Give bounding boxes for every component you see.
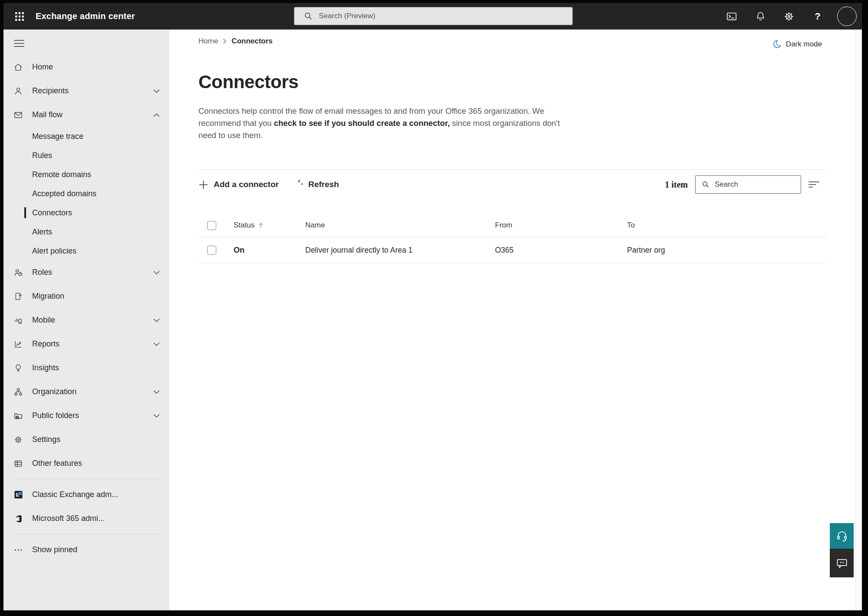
microsoft-365-icon — [13, 514, 23, 524]
sidebar-item-recipients[interactable]: Recipients — [3, 79, 169, 103]
search-icon — [304, 12, 313, 20]
chevron-down-icon — [153, 342, 160, 346]
table-header: Status Name From To — [198, 214, 826, 237]
list-search-placeholder: Search — [715, 180, 738, 189]
description-link[interactable]: check to see if you should create a conn… — [274, 119, 450, 128]
sidebar-item-roles[interactable]: Roles — [3, 260, 169, 284]
sidebar-item-label: Home — [32, 63, 53, 72]
cloud-shell-button[interactable] — [725, 10, 738, 23]
sidebar-item-label: Reports — [32, 339, 59, 349]
moon-icon — [772, 39, 782, 49]
column-header-name[interactable]: Name — [305, 221, 495, 230]
chevron-down-icon — [153, 89, 160, 93]
help-button[interactable]: ? — [811, 10, 824, 23]
chevron-down-icon — [153, 414, 160, 418]
topbar-actions: ? — [725, 3, 862, 30]
app-title: Exchange admin center — [36, 3, 135, 30]
sidebar-item-settings[interactable]: Settings — [3, 428, 169, 451]
sidebar-item-reports[interactable]: Reports — [3, 332, 169, 356]
sidebar-item-message-trace[interactable]: Message trace — [3, 127, 169, 146]
column-header-status[interactable]: Status — [234, 221, 305, 230]
ellipsis-icon — [13, 545, 23, 555]
breadcrumb-home[interactable]: Home — [198, 37, 218, 46]
sidebar-item-label: Show pinned — [32, 545, 77, 554]
chevron-up-icon — [153, 113, 160, 117]
plus-icon — [198, 180, 208, 190]
table-row[interactable]: On Deliver journal directly to Area 1 O3… — [198, 238, 826, 263]
page-description: Connectors help control the flow of emai… — [198, 105, 568, 142]
nav-divider — [13, 534, 161, 534]
add-connector-label: Add a connector — [214, 180, 279, 189]
org-chart-icon — [13, 387, 23, 397]
add-connector-button[interactable]: Add a connector — [198, 180, 279, 190]
sidebar-item-mail-flow[interactable]: Mail flow — [3, 103, 169, 127]
column-header-from[interactable]: From — [495, 221, 627, 230]
notifications-button[interactable] — [754, 10, 767, 23]
lightbulb-icon — [13, 363, 23, 373]
feedback-button[interactable] — [830, 549, 854, 577]
row-to: Partner org — [627, 246, 826, 255]
sidebar-item-classic-exchange-admin[interactable]: E Classic Exchange adm... — [3, 483, 169, 507]
sidebar-item-other-features[interactable]: Other features — [3, 451, 169, 475]
dark-mode-toggle[interactable]: Dark mode — [772, 39, 822, 49]
sidebar-item-migration[interactable]: Migration — [3, 284, 169, 308]
sidebar-item-label: Public folders — [32, 411, 79, 420]
column-label: Status — [234, 221, 254, 230]
sidebar-item-alert-policies[interactable]: Alert policies — [3, 241, 169, 260]
settings-button[interactable] — [782, 10, 795, 23]
refresh-button[interactable]: Refresh — [294, 180, 339, 189]
sort-ascending-icon — [258, 222, 263, 229]
row-from: O365 — [495, 246, 627, 255]
sidebar-item-label: Settings — [32, 435, 60, 444]
row-status: On — [234, 246, 305, 255]
list-search-input[interactable]: Search — [695, 175, 801, 194]
sidebar-item-home[interactable]: Home — [3, 55, 169, 79]
sidebar-item-rules[interactable]: Rules — [3, 146, 169, 165]
search-icon — [702, 181, 710, 188]
select-all-checkbox[interactable] — [207, 221, 216, 230]
nav-divider — [13, 479, 161, 479]
sidebar-item-label: Insights — [32, 363, 59, 372]
help-icon: ? — [815, 11, 820, 22]
row-checkbox[interactable] — [207, 246, 216, 255]
select-all-cell — [198, 221, 234, 230]
gear-icon — [13, 435, 23, 445]
sidebar-item-label: Connectors — [32, 208, 72, 217]
breadcrumb-current: Connectors — [231, 37, 272, 46]
migration-icon — [13, 291, 23, 302]
avatar — [837, 7, 857, 26]
row-name-link[interactable]: Deliver journal directly to Area 1 — [305, 246, 495, 255]
feedback-chat-icon — [836, 557, 848, 569]
sidebar-item-connectors[interactable]: Connectors — [3, 203, 169, 222]
roles-icon — [13, 267, 23, 278]
sidebar-item-microsoft-365-admin[interactable]: Microsoft 365 admi... — [3, 507, 169, 530]
sidebar-item-label: Message trace — [32, 132, 83, 141]
waffle-icon — [14, 11, 25, 22]
filter-button[interactable] — [808, 180, 820, 189]
sidebar-item-mobile[interactable]: Mobile — [3, 308, 169, 332]
sidebar-item-remote-domains[interactable]: Remote domains — [3, 165, 169, 184]
sidebar-item-show-pinned[interactable]: Show pinned — [3, 538, 169, 562]
sidebar-item-label: Migration — [32, 292, 64, 301]
global-search-input[interactable]: Search (Preview) — [294, 7, 573, 25]
sidebar-item-alerts[interactable]: Alerts — [3, 222, 169, 241]
sidebar-item-insights[interactable]: Insights — [3, 356, 169, 380]
vertical-scrollbar[interactable] — [855, 30, 862, 610]
mail-icon — [13, 110, 23, 120]
sidebar-item-label: Alert policies — [32, 247, 76, 256]
sidebar-item-label: Roles — [32, 268, 52, 277]
filter-icon — [808, 180, 820, 189]
sidebar-item-accepted-domains[interactable]: Accepted domains — [3, 184, 169, 203]
chevron-down-icon — [153, 318, 160, 323]
support-button[interactable] — [830, 523, 854, 549]
account-button[interactable] — [837, 7, 857, 26]
column-header-to[interactable]: To — [627, 221, 826, 230]
sidebar-item-public-folders[interactable]: Public folders — [3, 404, 169, 428]
sidebar-item-organization[interactable]: Organization — [3, 380, 169, 404]
chevron-down-icon — [153, 270, 160, 275]
app-launcher-button[interactable] — [10, 7, 29, 26]
screenshot-frame: Exchange admin center Search (Preview) — [0, 0, 868, 616]
hamburger-icon — [13, 39, 25, 48]
nav-collapse-button[interactable] — [13, 38, 25, 49]
cloud-shell-icon — [726, 11, 737, 22]
